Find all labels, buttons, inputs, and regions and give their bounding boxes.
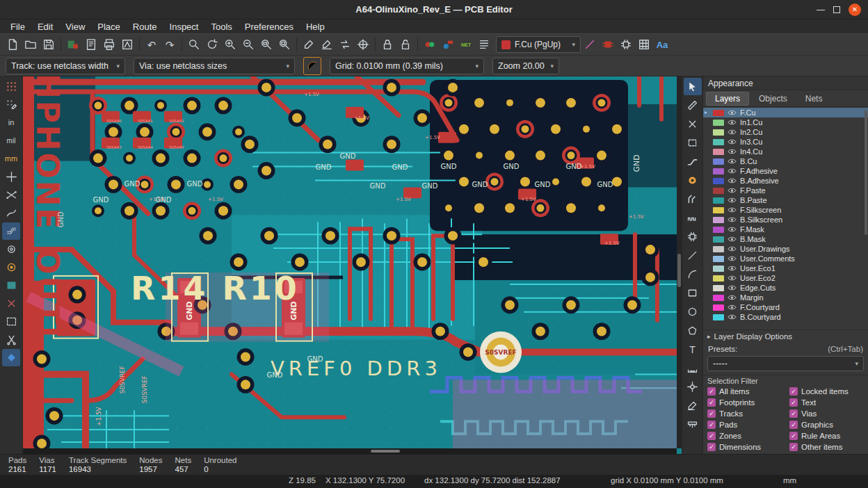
layer-selector[interactable]: F.Cu (PgUp) ▾	[496, 36, 581, 53]
position-relative-tool[interactable]	[684, 378, 702, 396]
layer-row-b-cu[interactable]: B.Cu	[703, 156, 868, 166]
menu-help[interactable]: Help	[300, 21, 331, 33]
find-button[interactable]	[185, 35, 203, 54]
filter-dimensions[interactable]: ✓Dimensions	[707, 443, 789, 451]
refresh-view-button[interactable]	[203, 35, 221, 54]
zoom-in-button[interactable]	[221, 35, 239, 54]
visibility-eye-icon[interactable]	[728, 255, 737, 262]
draw-arc-tool[interactable]	[684, 266, 702, 283]
route-track-tool[interactable]	[684, 153, 702, 170]
page-settings-button[interactable]	[82, 35, 100, 54]
track-outline-icon[interactable]	[2, 222, 20, 240]
zoom-select[interactable]: Zoom 20.00 ▾	[492, 58, 559, 74]
local-ratsnest-tool[interactable]	[684, 115, 702, 133]
appearance-panel-icon[interactable]	[2, 349, 20, 366]
text-variables-button[interactable]: Aa	[653, 35, 671, 54]
layer-color-swatch[interactable]	[713, 178, 724, 184]
visibility-eye-icon[interactable]	[728, 187, 737, 194]
layer-color-swatch[interactable]	[713, 227, 724, 233]
menu-view[interactable]: View	[59, 21, 91, 33]
draw-rectangle-tool[interactable]	[684, 284, 702, 302]
layer-color-swatch[interactable]	[713, 314, 724, 320]
visibility-eye-icon[interactable]	[728, 304, 737, 311]
visibility-eye-icon[interactable]	[728, 168, 737, 174]
minimize-icon[interactable]: —	[817, 6, 825, 13]
visibility-eye-icon[interactable]	[728, 148, 737, 155]
checkbox-icon[interactable]: ✓	[707, 398, 716, 407]
layer-row-f-mask[interactable]: F.Mask	[703, 225, 868, 234]
filter-other-items[interactable]: ✓Other items	[789, 443, 868, 451]
canvas-vertical-scrollbar[interactable]	[677, 76, 682, 448]
via-size-select[interactable]: Via: use netclass sizes ▾	[134, 58, 295, 74]
undo-button[interactable]: ↶	[143, 35, 161, 54]
filter-locked-items[interactable]: ✓Locked items	[789, 387, 868, 396]
layer-row-b-adhesive[interactable]: B.Adhesive	[703, 176, 868, 186]
update-pcb-button[interactable]	[336, 35, 354, 54]
visibility-eye-icon[interactable]	[728, 109, 737, 116]
layer-color-swatch[interactable]	[713, 197, 724, 204]
layer-color-swatch[interactable]	[713, 129, 724, 136]
delete-tool[interactable]	[684, 397, 702, 414]
layer-color-swatch[interactable]	[713, 207, 724, 213]
curved-ratsnest-icon[interactable]	[2, 204, 20, 222]
layer-color-swatch[interactable]	[713, 266, 724, 272]
place-via-tool[interactable]	[684, 172, 702, 189]
layer-row-b-mask[interactable]: B.Mask	[703, 234, 868, 244]
cleanup-graphics-button[interactable]	[318, 35, 336, 54]
board-statistics-button[interactable]	[475, 35, 493, 54]
draw-circle-tool[interactable]	[684, 303, 702, 320]
layer-presets-button[interactable]	[581, 35, 599, 54]
layer-row-f-paste[interactable]: F.Paste	[703, 186, 868, 195]
layer-color-swatch[interactable]	[713, 158, 724, 165]
tune-length-tool[interactable]	[684, 209, 702, 227]
visibility-eye-icon[interactable]	[728, 265, 737, 272]
layer-row-in1-cu[interactable]: In1.Cu	[703, 117, 868, 127]
filter-footprints[interactable]: ✓Footprints	[707, 398, 789, 407]
pcb-canvas[interactable]: S0SVREF R14 R10 VREF0 DDR3 HPHONE_OUTL S…	[23, 76, 682, 454]
tab-layers[interactable]: Layers	[706, 92, 749, 106]
checkbox-icon[interactable]: ✓	[789, 398, 798, 407]
layer-row-in2-cu[interactable]: In2.Cu	[703, 127, 868, 137]
open-board-button[interactable]	[22, 35, 40, 54]
new-board-button[interactable]	[3, 35, 22, 54]
add-text-tool[interactable]: T	[684, 341, 702, 358]
visibility-eye-icon[interactable]	[728, 158, 737, 165]
checkbox-icon[interactable]: ✓	[707, 409, 716, 418]
menu-file[interactable]: File	[4, 21, 31, 33]
units-mil-icon[interactable]: mil	[2, 132, 20, 149]
layer-row-f-cu[interactable]: ▸F.Cu	[703, 108, 868, 117]
redo-button[interactable]: ↷	[161, 35, 179, 54]
layer-color-swatch[interactable]	[713, 217, 724, 223]
crosshair-cursor-icon[interactable]	[2, 168, 20, 186]
checkbox-icon[interactable]: ✓	[789, 421, 798, 429]
grid-icon[interactable]	[2, 78, 20, 95]
layer-color-swatch[interactable]	[713, 236, 724, 243]
drill-origin-button[interactable]	[354, 35, 372, 54]
layer-color-swatch[interactable]	[713, 256, 724, 262]
visibility-eye-icon[interactable]	[728, 314, 737, 320]
menu-tools[interactable]: Tools	[204, 21, 238, 33]
zoom-selection-button[interactable]	[275, 35, 294, 54]
presets-select[interactable]: ----- ▾	[707, 356, 864, 371]
visibility-eye-icon[interactable]	[728, 275, 737, 282]
grid-settings-icon[interactable]	[2, 96, 20, 113]
visibility-eye-icon[interactable]	[728, 177, 737, 184]
track-via-sizes-button[interactable]	[439, 35, 457, 54]
layer-row-b-paste[interactable]: B.Paste	[703, 195, 868, 205]
layer-row-f-adhesive[interactable]: F.Adhesive	[703, 166, 868, 176]
grid-select[interactable]: Grid: 0.0100 mm (0.39 mils) ▾	[330, 58, 484, 74]
place-footprint-tool[interactable]	[684, 228, 702, 245]
filter-vias[interactable]: ✓Vias	[789, 409, 868, 418]
hide-ratsnest-icon[interactable]	[2, 295, 20, 312]
layer-row-edge-cuts[interactable]: Edge.Cuts	[703, 283, 868, 293]
menu-edit[interactable]: Edit	[31, 21, 59, 33]
print-button[interactable]	[100, 35, 118, 54]
visibility-eye-icon[interactable]	[728, 294, 737, 301]
visibility-eye-icon[interactable]	[728, 284, 737, 291]
unlock-icon[interactable]	[396, 35, 415, 54]
route-diff-pair-tool[interactable]	[684, 190, 702, 208]
track-width-select[interactable]: Track: use netclass width ▾	[6, 58, 125, 74]
units-inch-icon[interactable]: in	[2, 114, 20, 131]
filter-pads[interactable]: ✓Pads	[707, 421, 789, 429]
zoom-out-button[interactable]	[239, 35, 257, 54]
